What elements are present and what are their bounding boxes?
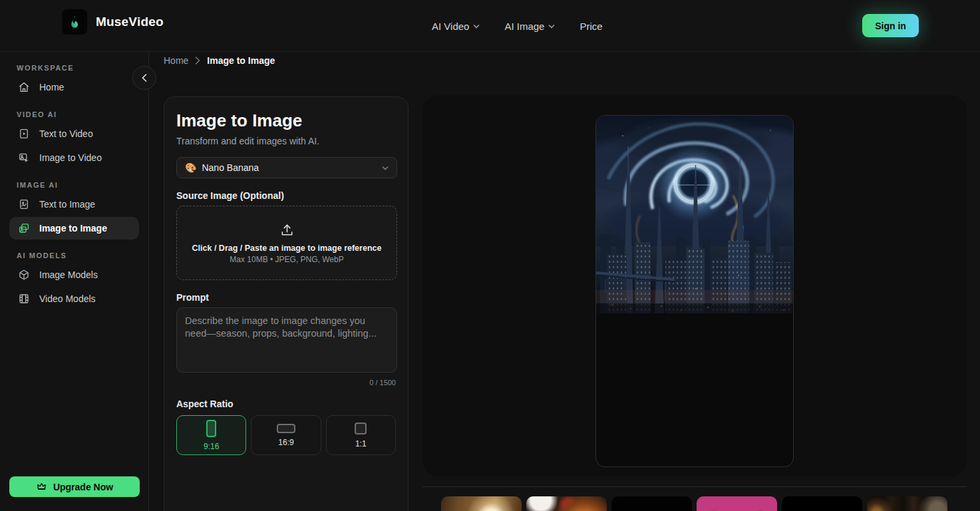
- sidebar-section-image-ai: IMAGE AI: [17, 181, 148, 189]
- model-select[interactable]: 🎨 Nano Banana: [176, 157, 397, 178]
- portrait-ratio-icon: [206, 420, 216, 437]
- sidebar-item-image-to-video[interactable]: Image to Video: [9, 146, 139, 169]
- prompt-input[interactable]: [176, 307, 397, 373]
- divider: [422, 486, 967, 487]
- sidebar-collapse-button[interactable]: [132, 66, 156, 90]
- sidebar-item-image-to-image[interactable]: Image to Image: [9, 217, 139, 240]
- character-counter: 0 / 1500: [176, 379, 396, 387]
- image-to-image-icon: [18, 222, 30, 234]
- aspect-ratio-16-9[interactable]: 16:9: [251, 415, 321, 455]
- text-to-video-icon: [18, 128, 30, 140]
- page-subtitle: Transform and edit images with AI.: [176, 136, 396, 146]
- ratio-label: 9:16: [204, 442, 219, 451]
- breadcrumb-current: Image to Image: [207, 55, 275, 66]
- nav-ai-image-label: AI Image: [504, 21, 544, 32]
- nav-price-label: Price: [579, 21, 602, 32]
- palette-emoji-icon: 🎨: [185, 162, 196, 173]
- sidebar-item-label: Video Models: [39, 293, 96, 304]
- thumbnail-roast-dinner[interactable]: [526, 496, 607, 511]
- thumbnail-smiling-woman[interactable]: [697, 496, 777, 511]
- preview-card: [595, 115, 794, 467]
- top-navbar: MuseVideo AI Video AI Image Price Sign i…: [0, 0, 980, 52]
- sidebar-item-label: Image to Image: [39, 223, 107, 234]
- ratio-label: 16:9: [278, 438, 293, 447]
- upgrade-now-button[interactable]: Upgrade Now: [9, 476, 140, 497]
- chevron-down-icon: [473, 24, 480, 29]
- output-panel: [422, 95, 967, 476]
- aspect-ratio-options: 9:16 16:9 1:1: [176, 415, 396, 455]
- image-upload-dropzone[interactable]: Click / Drag / Paste an image to image r…: [176, 206, 397, 280]
- thumbnail-dark-room[interactable]: [867, 496, 947, 511]
- thumbnail-glass-skyscrapers[interactable]: [782, 496, 862, 511]
- breadcrumb: Home Image to Image: [164, 55, 275, 66]
- home-icon: [18, 81, 30, 93]
- sidebar-item-label: Image to Video: [39, 152, 102, 163]
- sidebar-section-video-ai: VIDEO AI: [17, 110, 148, 118]
- aspect-ratio-9-16[interactable]: 9:16: [176, 415, 246, 455]
- sidebar-item-label: Home: [39, 82, 64, 92]
- prompt-label: Prompt: [176, 292, 396, 303]
- sidebar-item-label: Image Models: [39, 269, 98, 280]
- cube-icon: [18, 269, 30, 281]
- main-nav: AI Video AI Image Price: [432, 0, 603, 52]
- thumbnail-warm-interior[interactable]: [441, 496, 522, 511]
- breadcrumb-home[interactable]: Home: [164, 55, 188, 66]
- page-title: Image to Image: [176, 110, 396, 131]
- nav-ai-video-label: AI Video: [432, 21, 469, 32]
- brand[interactable]: MuseVideo: [62, 9, 164, 35]
- sidebar-section-ai-models: AI MODELS: [17, 252, 148, 259]
- sign-in-button[interactable]: Sign in: [862, 14, 919, 37]
- sidebar-item-label: Text to Image: [39, 199, 95, 210]
- aspect-ratio-1-1[interactable]: 1:1: [326, 415, 396, 455]
- preview-image: [596, 116, 794, 313]
- source-image-label: Source Image (Optional): [176, 190, 396, 201]
- sidebar: WORKSPACE Home VIDEO AI Text to Video Im…: [0, 52, 149, 511]
- brand-name: MuseVideo: [96, 15, 164, 29]
- nav-price[interactable]: Price: [579, 21, 602, 32]
- ratio-label: 1:1: [355, 439, 367, 448]
- generation-form-card: Image to Image Transform and edit images…: [164, 96, 408, 511]
- dropzone-constraints: Max 10MB • JPEG, PNG, WebP: [230, 255, 343, 264]
- nav-ai-image[interactable]: AI Image: [504, 21, 555, 32]
- model-select-value: Nano Banana: [202, 162, 259, 173]
- sidebar-item-home[interactable]: Home: [9, 76, 139, 98]
- sidebar-item-image-models[interactable]: Image Models: [9, 263, 139, 286]
- text-to-image-icon: [18, 198, 30, 210]
- aspect-ratio-label: Aspect Ratio: [176, 399, 396, 409]
- square-ratio-icon: [355, 423, 367, 434]
- sidebar-item-text-to-image[interactable]: Text to Image: [9, 193, 139, 216]
- dropzone-instruction: Click / Drag / Paste an image to image r…: [192, 244, 382, 253]
- page: MuseVideo AI Video AI Image Price Sign i…: [0, 0, 980, 511]
- nav-ai-video[interactable]: AI Video: [432, 21, 480, 32]
- upload-icon: [279, 222, 295, 238]
- crown-icon: [36, 481, 47, 492]
- chevron-left-icon: [142, 74, 147, 82]
- logo-flame-icon: [62, 9, 87, 35]
- upgrade-label: Upgrade Now: [53, 482, 113, 492]
- landscape-ratio-icon: [277, 424, 295, 433]
- thumbnail-blank-dark[interactable]: [611, 496, 692, 511]
- chevron-down-icon: [548, 24, 555, 29]
- film-icon: [18, 293, 30, 305]
- sidebar-item-label: Text to Video: [39, 128, 93, 139]
- sidebar-item-video-models[interactable]: Video Models: [9, 287, 139, 310]
- chevron-right-icon: [195, 57, 200, 65]
- example-thumbnail-strip: [441, 496, 947, 511]
- sidebar-item-text-to-video[interactable]: Text to Video: [9, 122, 139, 145]
- image-to-video-icon: [18, 152, 30, 164]
- sidebar-section-workspace: WORKSPACE: [17, 64, 148, 72]
- chevron-down-icon: [382, 166, 389, 170]
